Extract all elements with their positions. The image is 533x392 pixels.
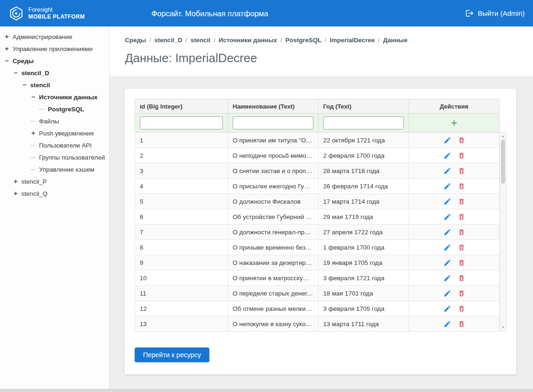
cell-actions xyxy=(409,163,500,179)
scroll-up-icon[interactable]: ▲ xyxy=(500,133,506,139)
go-to-resource-button[interactable]: Перейти к ресурсу xyxy=(135,347,209,362)
table-scrollbar[interactable]: ▲ ▼ xyxy=(500,132,507,331)
delete-icon[interactable] xyxy=(458,289,465,297)
delete-icon[interactable] xyxy=(458,182,465,190)
page-header: Среды/stencil_D/stencil/Источники данных… xyxy=(110,26,533,77)
layout: +Администрирование+Управление приложения… xyxy=(0,26,533,389)
edit-icon[interactable] xyxy=(443,152,451,160)
breadcrumb-item[interactable]: Источники данных xyxy=(219,37,277,44)
sidebar-item-label: Push уведомления xyxy=(39,130,94,137)
breadcrumb-item[interactable]: Среды xyxy=(125,37,146,44)
collapse-icon[interactable]: − xyxy=(30,93,36,101)
sidebar-item-api-users[interactable]: Пользователи API xyxy=(0,139,109,151)
sidebar-item-stencil-p[interactable]: +stencil_P xyxy=(0,175,109,187)
breadcrumb-item[interactable]: stencil_D xyxy=(154,37,182,44)
sidebar-item-data-sources[interactable]: −Источники данных xyxy=(0,91,109,103)
cell-id: 4 xyxy=(135,179,228,194)
column-header-actions: Действия xyxy=(409,99,500,114)
delete-icon[interactable] xyxy=(458,320,465,328)
delete-icon[interactable] xyxy=(458,152,465,160)
breadcrumb-separator: / xyxy=(378,37,380,44)
sidebar-item-cache-management[interactable]: Управление кэшем xyxy=(0,163,109,175)
sidebar-item-files[interactable]: Файлы xyxy=(0,115,109,127)
main-content: Среды/stencil_D/stencil/Источники данных… xyxy=(110,26,533,389)
cell-id: 3 xyxy=(135,163,228,179)
delete-icon[interactable] xyxy=(458,198,465,206)
sidebar-item-label: Управление приложениями xyxy=(13,45,92,52)
cell-id: 11 xyxy=(135,286,228,301)
edit-icon[interactable] xyxy=(443,228,451,236)
delete-icon[interactable] xyxy=(458,167,465,175)
cell-name: О присылке ежегодно Губер... xyxy=(228,179,318,194)
cell-id: 13 xyxy=(135,316,228,332)
filter-year-input[interactable] xyxy=(323,116,404,129)
breadcrumb-item[interactable]: ImperialDecree xyxy=(330,37,375,44)
filter-name-input[interactable] xyxy=(233,116,313,129)
edit-icon[interactable] xyxy=(443,198,451,206)
edit-icon[interactable] xyxy=(443,167,451,175)
collapse-icon[interactable]: − xyxy=(13,69,19,77)
sidebar-item-administration[interactable]: +Администрирование xyxy=(0,31,109,43)
cell-year: 1 февраля 1700 года xyxy=(318,240,409,255)
edit-icon[interactable] xyxy=(443,136,451,144)
table-row: 6Об устройстве Губерний и о...29 мая 171… xyxy=(135,209,500,225)
edit-icon[interactable] xyxy=(443,259,451,267)
cell-name: О принятии им титула "Отца... xyxy=(228,133,318,148)
delete-icon[interactable] xyxy=(458,213,465,221)
table-row: 12Об отмене разных мелких с...3 февраля … xyxy=(135,301,500,316)
edit-icon[interactable] xyxy=(443,289,451,297)
logout-button[interactable]: Выйти (Admin) xyxy=(465,9,525,18)
sidebar-item-stencil-q[interactable]: +stencil_Q xyxy=(0,187,109,199)
delete-icon[interactable] xyxy=(458,274,465,282)
sidebar-item-stencil[interactable]: −stencil xyxy=(0,79,109,91)
delete-icon[interactable] xyxy=(458,244,465,251)
cell-actions xyxy=(409,316,500,332)
sidebar-item-label: PostgreSQL xyxy=(48,106,84,113)
filter-id-input[interactable] xyxy=(140,116,223,129)
cell-actions xyxy=(409,209,500,225)
edit-icon[interactable] xyxy=(443,320,451,328)
delete-icon[interactable] xyxy=(458,228,465,236)
sidebar-item-environments[interactable]: −Среды xyxy=(0,55,109,67)
table-row: 4О присылке ежегодно Губер...26 февраля … xyxy=(135,179,500,194)
tree-connector xyxy=(30,157,36,158)
cell-actions xyxy=(409,194,500,209)
edit-icon[interactable] xyxy=(443,305,451,313)
sidebar-item-stencil-d[interactable]: −stencil_D xyxy=(0,67,109,79)
add-row-button[interactable]: + xyxy=(409,114,500,133)
filter-cell-year xyxy=(318,114,409,133)
expand-icon[interactable]: + xyxy=(30,129,36,137)
delete-icon[interactable] xyxy=(458,136,465,144)
edit-icon[interactable] xyxy=(443,213,451,221)
breadcrumb-item[interactable]: PostgreSQL xyxy=(286,37,322,44)
cell-id: 5 xyxy=(135,194,228,209)
sidebar-item-app-management[interactable]: +Управление приложениями xyxy=(0,43,109,55)
expand-icon[interactable]: + xyxy=(13,178,19,185)
table-row: 9О наказании за дезертирство19 января 17… xyxy=(135,255,500,270)
cell-name: О переделе старых денег, о... xyxy=(228,286,318,301)
sidebar-item-user-groups[interactable]: Группы пользователей xyxy=(0,151,109,163)
breadcrumb-item[interactable]: stencil xyxy=(190,37,210,44)
sidebar-item-push-notifications[interactable]: +Push уведомления xyxy=(0,127,109,139)
expand-icon[interactable]: + xyxy=(13,190,19,197)
breadcrumb-separator: / xyxy=(325,37,327,44)
delete-icon[interactable] xyxy=(458,259,465,267)
collapse-icon[interactable]: − xyxy=(21,81,27,89)
scroll-thumb[interactable] xyxy=(501,140,505,184)
edit-icon[interactable] xyxy=(443,244,451,251)
cell-name: О призыве временно безра... xyxy=(228,240,318,255)
edit-icon[interactable] xyxy=(443,274,451,282)
cell-id: 9 xyxy=(135,255,228,270)
delete-icon[interactable] xyxy=(458,305,465,313)
expand-icon[interactable]: + xyxy=(4,45,10,52)
data-table-container: id (Big Integer) Наименование (Text) Год… xyxy=(135,99,506,332)
cell-name: О снятии застав и о пропуск... xyxy=(228,163,318,179)
sidebar-item-postgresql[interactable]: PostgreSQL xyxy=(0,103,109,115)
table-row: 1О принятии им титула "Отца...22 октября… xyxy=(135,133,500,148)
scroll-down-icon[interactable]: ▼ xyxy=(500,324,506,330)
logout-label: Выйти (Admin) xyxy=(478,9,525,17)
collapse-icon[interactable]: − xyxy=(4,57,10,64)
cell-actions xyxy=(409,133,500,148)
expand-icon[interactable]: + xyxy=(4,33,10,40)
edit-icon[interactable] xyxy=(443,182,451,190)
